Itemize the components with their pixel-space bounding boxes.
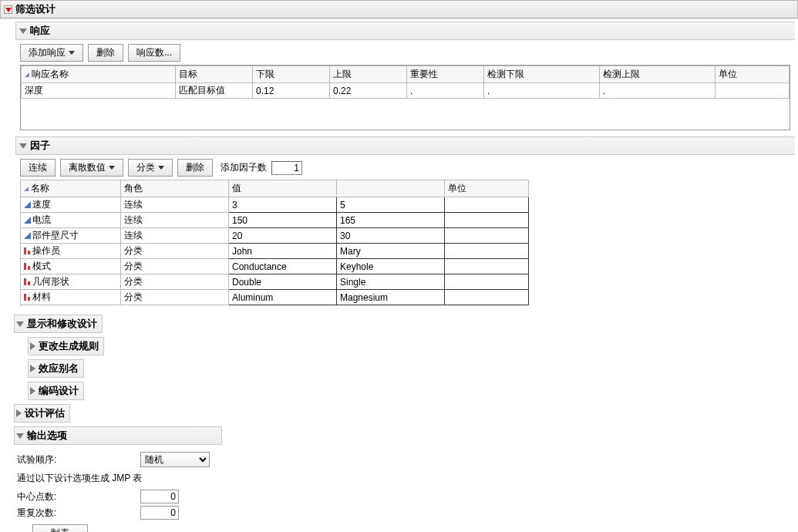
cell-role[interactable]: 分类 — [121, 259, 229, 274]
cell-value1[interactable]: Aluminum — [229, 290, 337, 305]
disclosure-right-icon[interactable] — [16, 409, 22, 417]
cell-role[interactable]: 连续 — [121, 228, 229, 244]
cell-value1[interactable]: Conductance — [229, 259, 337, 274]
add-response-button[interactable]: 添加响应 — [20, 44, 83, 62]
disclosure-right-icon[interactable] — [30, 342, 35, 350]
cell-detect-upper[interactable]: . — [600, 83, 716, 99]
cell-name[interactable]: 电流 — [21, 213, 121, 228]
table-row[interactable]: 几何形状分类DoubleSingle — [21, 274, 529, 290]
sort-icon — [25, 72, 29, 77]
change-rules-header[interactable]: 更改生成规则 — [28, 337, 104, 355]
cell-name[interactable]: 几何形状 — [21, 274, 121, 290]
run-order-select[interactable]: 随机 — [140, 452, 210, 467]
cell-value1[interactable]: Double — [229, 274, 337, 290]
table-row[interactable]: 部件壁尺寸连续2030 — [21, 228, 529, 244]
disclosure-right-icon[interactable] — [30, 387, 35, 395]
cell-role[interactable]: 分类 — [121, 244, 229, 259]
cell-unit[interactable] — [445, 274, 529, 290]
col-importance[interactable]: 重要性 — [407, 66, 484, 83]
table-row[interactable]: 深度 匹配目标值 0.12 0.22 . . . — [22, 83, 790, 99]
cell-unit[interactable] — [445, 228, 529, 244]
cell-upper[interactable]: 0.22 — [330, 83, 407, 99]
disclosure-down-icon[interactable] — [4, 5, 12, 14]
table-row[interactable]: 材料分类AluminumMagnesium — [21, 290, 529, 305]
alias-header[interactable]: 效应别名 — [28, 359, 84, 378]
col-name[interactable]: 名称 — [21, 180, 121, 197]
cell-detect-lower[interactable]: . — [484, 83, 600, 99]
cell-name[interactable]: 操作员 — [21, 244, 121, 259]
responses-table-container: 响应名称 目标 下限 上限 重要性 检测下限 检测上限 单位 深度 匹配目标值 — [20, 65, 790, 130]
coded-header[interactable]: 编码设计 — [28, 382, 84, 400]
disclosure-down-icon[interactable] — [19, 29, 27, 34]
table-row[interactable]: 速度连续35 — [21, 197, 529, 213]
response-count-button[interactable]: 响应数... — [128, 44, 180, 62]
cell-value2[interactable]: Keyhole — [337, 259, 445, 274]
make-table-button[interactable]: 制表 — [32, 524, 88, 532]
center-points-input[interactable] — [140, 490, 179, 503]
cell-role[interactable]: 分类 — [121, 290, 229, 305]
col-role[interactable]: 角色 — [121, 180, 229, 197]
cell-role[interactable]: 连续 — [121, 197, 229, 213]
cell-name[interactable]: 部件壁尺寸 — [21, 228, 121, 244]
disclosure-down-icon[interactable] — [19, 143, 27, 149]
cell-value2[interactable]: Mary — [337, 244, 445, 259]
factors-table[interactable]: 名称 角色 值 单位 速度连续35电流连续150165部件壁尺寸连续2030操作… — [20, 180, 529, 305]
disclosure-right-icon[interactable] — [30, 365, 35, 372]
responses-table[interactable]: 响应名称 目标 下限 上限 重要性 检测下限 检测上限 单位 深度 匹配目标值 — [21, 66, 790, 99]
cell-unit[interactable] — [445, 197, 529, 213]
col-value2[interactable] — [337, 180, 445, 197]
col-lower[interactable]: 下限 — [253, 66, 330, 83]
main-panel-header[interactable]: 筛选设计 — [0, 0, 798, 19]
table-row[interactable]: 电流连续150165 — [21, 213, 529, 228]
col-response-name[interactable]: 响应名称 — [22, 66, 176, 83]
cell-value1[interactable]: 20 — [229, 228, 337, 244]
cell-value2[interactable]: 5 — [337, 197, 445, 213]
cell-value1[interactable]: John — [229, 244, 337, 259]
cell-importance[interactable]: . — [407, 83, 484, 99]
col-detect-lower[interactable]: 检测下限 — [484, 66, 600, 83]
discrete-button[interactable]: 离散数值 — [60, 159, 123, 177]
responses-header[interactable]: 响应 — [15, 22, 795, 40]
cell-value2[interactable]: Magnesium — [337, 290, 445, 305]
cell-name[interactable]: 材料 — [21, 290, 121, 305]
cell-value1[interactable]: 3 — [229, 197, 337, 213]
cell-role[interactable]: 分类 — [121, 274, 229, 290]
cell-name[interactable]: 模式 — [21, 259, 121, 274]
col-detect-upper[interactable]: 检测上限 — [600, 66, 716, 83]
repeat-input[interactable] — [140, 506, 179, 520]
display-modify-header[interactable]: 显示和修改设计 — [14, 315, 103, 333]
table-row[interactable]: 模式分类ConductanceKeyhole — [21, 259, 529, 274]
cell-value2[interactable]: 165 — [337, 213, 445, 228]
cell-unit[interactable] — [445, 290, 529, 305]
cell-value2[interactable]: 30 — [337, 228, 445, 244]
col-value1[interactable]: 值 — [229, 180, 337, 197]
continuous-button[interactable]: 连续 — [20, 159, 56, 177]
dropdown-arrow-icon — [109, 166, 115, 170]
categorical-button[interactable]: 分类 — [128, 159, 173, 177]
disclosure-down-icon[interactable] — [16, 433, 24, 439]
col-unit[interactable]: 单位 — [445, 180, 529, 197]
cell-value2[interactable]: Single — [337, 274, 445, 290]
cell-role[interactable]: 连续 — [121, 213, 229, 228]
col-goal[interactable]: 目标 — [176, 66, 253, 83]
cell-unit[interactable] — [445, 259, 529, 274]
add-factor-count-input[interactable] — [271, 161, 302, 175]
cell-name[interactable]: 速度 — [21, 197, 121, 213]
cell-value1[interactable]: 150 — [229, 213, 337, 228]
delete-factor-button[interactable]: 删除 — [177, 159, 213, 177]
cell-goal[interactable]: 匹配目标值 — [176, 83, 253, 99]
delete-response-button[interactable]: 删除 — [88, 44, 123, 62]
factors-header[interactable]: 因子 — [15, 136, 795, 155]
col-unit[interactable]: 单位 — [716, 66, 790, 83]
col-upper[interactable]: 上限 — [330, 66, 407, 83]
cell-lower[interactable]: 0.12 — [253, 83, 330, 99]
cell-name[interactable]: 深度 — [22, 83, 176, 99]
cell-unit[interactable] — [716, 83, 790, 99]
cell-unit[interactable] — [445, 244, 529, 259]
design-eval-header[interactable]: 设计评估 — [14, 404, 70, 423]
output-header[interactable]: 输出选项 — [14, 426, 222, 445]
disclosure-down-icon[interactable] — [16, 322, 24, 327]
cell-unit[interactable] — [445, 213, 529, 228]
table-row[interactable]: 操作员分类JohnMary — [21, 244, 529, 259]
output-title: 输出选项 — [27, 429, 67, 443]
